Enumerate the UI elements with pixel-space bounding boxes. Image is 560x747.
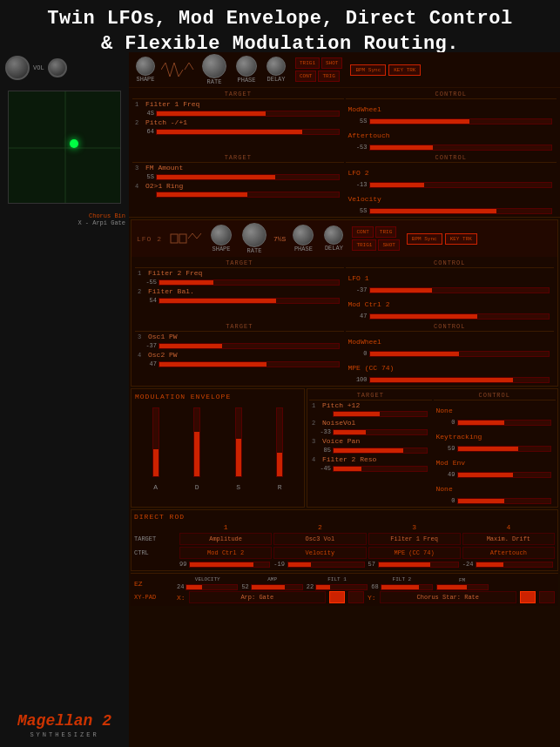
lfo2-r2-slider[interactable]: 54 [135,296,344,305]
lfo2-ctrl3-slider[interactable]: 0 [346,349,555,358]
lfo1-ctrl3-slider[interactable]: -13 [346,180,557,189]
dr-s4[interactable] [476,562,553,568]
env-r-track[interactable] [276,407,283,477]
lfo2-ctrl4-slider[interactable]: 100 [346,375,555,384]
lfo1-r4-slider[interactable] [156,192,340,198]
lfo1-row4-slider[interactable] [132,191,344,199]
dr-s1[interactable] [189,562,270,568]
env-s-track[interactable] [235,407,242,477]
lfo1-row3-slider[interactable]: 5S [132,172,344,181]
env-a-track[interactable] [152,407,159,477]
lfo2-r2-mslider[interactable] [159,298,340,304]
lfo1-row2-slider[interactable]: 64 [132,127,344,136]
dr-t1[interactable]: Amplitude [179,533,272,545]
xy-pad-display[interactable] [8,91,121,204]
env-d-track[interactable] [193,407,200,477]
ez-fm-slider[interactable] [436,584,489,590]
me-r2-ctrl-slider[interactable] [457,446,552,452]
lfo1-r3-ctrl-slider[interactable] [369,182,553,188]
lfo2-r3-ctrl-slider[interactable] [369,351,550,357]
lfo2-bpm-btn[interactable]: BPM Sync [407,233,442,245]
lfo1-r2-slider[interactable] [156,129,340,135]
lfo1-ctrl4-slider[interactable]: 5S [346,206,557,215]
lfo2-r4-target: Osc2 PW [148,351,205,359]
dr-c2[interactable]: Velocity [273,547,366,559]
lfo1-key-btn[interactable]: KEY TRK [388,64,421,76]
me-r1-ctrl-slider[interactable] [457,420,552,426]
dr-c3[interactable]: MPE (CC 74) [368,547,461,559]
lfo1-r2-ctrl-slider[interactable] [369,145,553,151]
lfo1-trig-btn[interactable]: TRIG [318,71,339,82]
lfo2-r2-ctrl-slider[interactable] [369,313,550,320]
lfo2-r1-mslider[interactable] [159,279,340,286]
lfo2-key-btn[interactable]: KEY TRK [445,233,477,245]
dr-t2[interactable]: Osc3 Vol [273,533,366,545]
lfo2-r3-mslider[interactable] [159,343,340,349]
me-r4-mslider[interactable] [333,466,428,472]
lfo2-trig-btn[interactable]: TRIG [375,226,396,238]
lfo1-delay-knob[interactable] [267,57,286,76]
ez-filt1-slider[interactable] [315,584,368,590]
lfo1-cont-btn[interactable]: CONT [295,71,316,82]
lfo2-r4-ctrl-slider[interactable] [369,377,550,383]
dr-c4[interactable]: Aftertouch [462,547,555,559]
mod-env-routing-grid: TARGET 1 Pitch +12 2 NoiseVol [309,391,556,505]
lfo2-r4-mslider[interactable] [159,361,340,367]
me-ctrl2-slider[interactable]: 59 [434,444,557,453]
lfo1-r3-slider[interactable] [156,174,340,180]
me-r1-slider[interactable] [309,410,432,418]
me-ctrl4-slider[interactable]: 0 [434,496,557,505]
lfo2-r4-slider[interactable]: 47 [135,360,344,368]
ez-amp-slider[interactable] [251,584,303,590]
lfo1-rate-knob[interactable] [202,54,226,78]
lfo1-r1-slider[interactable] [156,111,340,117]
xy-x-dark-box[interactable] [348,591,364,603]
lfo2-shot-btn[interactable]: SHOT [378,239,399,251]
dr-s2[interactable] [287,562,365,568]
lfo1-shot-btn[interactable]: SHOT [321,57,342,69]
xy-x-target[interactable]: Arp: Gate [189,591,326,603]
lfo2-r3-slider[interactable]: -37 [135,341,344,350]
lfo1-row1-slider[interactable]: 4S [132,109,344,118]
me-ctrl3-slider[interactable]: 49 [434,470,557,479]
lfo1-r4-ctrl-slider[interactable] [369,208,553,214]
me-r3-slider[interactable]: 85 [309,446,432,454]
vol-knob[interactable] [5,56,30,80]
lfo2-phase-knob[interactable] [293,225,314,246]
second-knob[interactable] [48,58,67,77]
me-r1-mslider[interactable] [333,411,428,417]
lfo1-phase-knob[interactable] [236,56,257,77]
dr-t4[interactable]: Maxim. Drift [462,533,555,545]
xy-y-red-box[interactable] [520,591,536,603]
lfo2-delay-knob[interactable] [324,225,343,245]
dr-t3[interactable]: Filter 1 Freq [368,533,461,545]
xy-y-target[interactable]: Chorus Star: Rate [380,591,516,603]
lfo1-bpm-btn[interactable]: BPM Sync [350,64,386,76]
lfo1-trig1-btn[interactable]: TRIG1 [295,57,320,69]
me-r4-slider[interactable]: -45 [309,464,432,473]
lfo2-cont-btn[interactable]: CONT [352,226,373,238]
ez-filt2-slider[interactable] [381,584,433,590]
me-r4-ctrl-slider[interactable] [457,498,552,504]
dr-c1[interactable]: Mod Ctrl 2 [179,547,272,559]
lfo1-r1-ctrl-slider[interactable] [369,118,553,124]
me-r3-mslider[interactable] [333,448,428,454]
me-r3-ctrl-slider[interactable] [457,472,552,478]
xy-y-dark-box[interactable] [539,591,555,603]
lfo1-ctrl1-slider[interactable]: 5S [346,117,557,125]
lfo2-rate-knob[interactable] [242,223,267,247]
xy-x-red-box[interactable] [329,591,345,603]
lfo2-r1-slider[interactable]: -55 [135,278,344,286]
dr-s3[interactable] [378,562,459,568]
me-r2-mslider[interactable] [333,429,428,435]
lfo1-shape-knob[interactable] [136,57,155,76]
lfo2-ctrl1-slider[interactable]: -37 [346,286,555,294]
lfo2-trig1-btn[interactable]: TRIG1 [352,239,376,251]
lfo2-ctrl2-slider[interactable]: 47 [346,312,555,320]
me-ctrl1-slider[interactable]: 0 [434,418,557,427]
ez-vel-slider[interactable] [186,584,238,590]
me-r2-slider[interactable]: -33 [309,427,432,436]
lfo2-shape-knob[interactable] [211,225,232,246]
lfo2-r1-ctrl-slider[interactable] [369,287,550,293]
lfo1-ctrl2-slider[interactable]: -53 [346,143,557,151]
